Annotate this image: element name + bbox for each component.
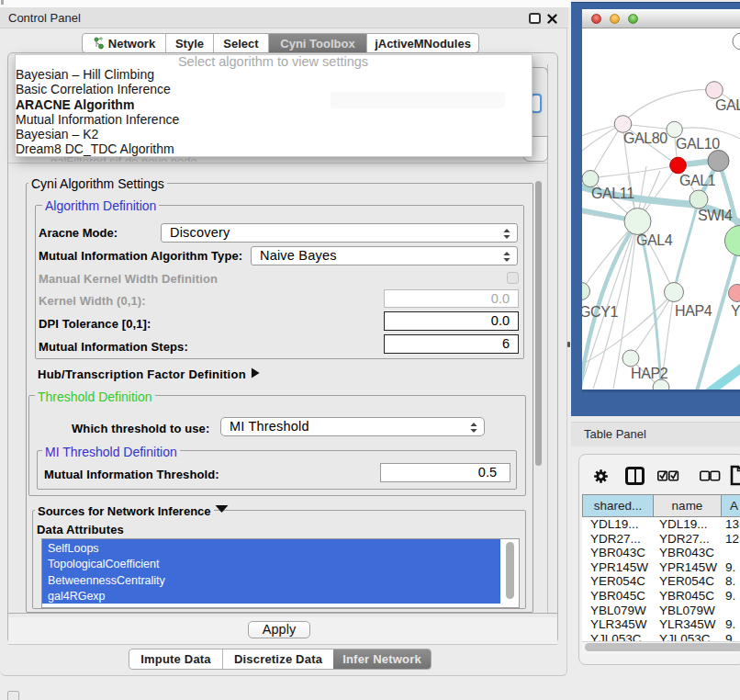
svg-text:GAL11: GAL11 [591, 186, 634, 201]
svg-text:GAL10: GAL10 [676, 136, 720, 152]
svg-text:SWI4: SWI4 [698, 208, 733, 223]
svg-text:GAL4: GAL4 [636, 232, 673, 248]
svg-text:GAL1: GAL1 [679, 173, 716, 188]
svg-text:HAP4: HAP4 [675, 303, 712, 319]
svg-text:HAP2: HAP2 [631, 366, 668, 381]
svg-text:GAL: GAL [715, 97, 740, 113]
svg-text:Y: Y [731, 303, 740, 319]
svg-text:GCY1: GCY1 [582, 304, 618, 320]
svg-text:GAL80: GAL80 [623, 130, 667, 146]
